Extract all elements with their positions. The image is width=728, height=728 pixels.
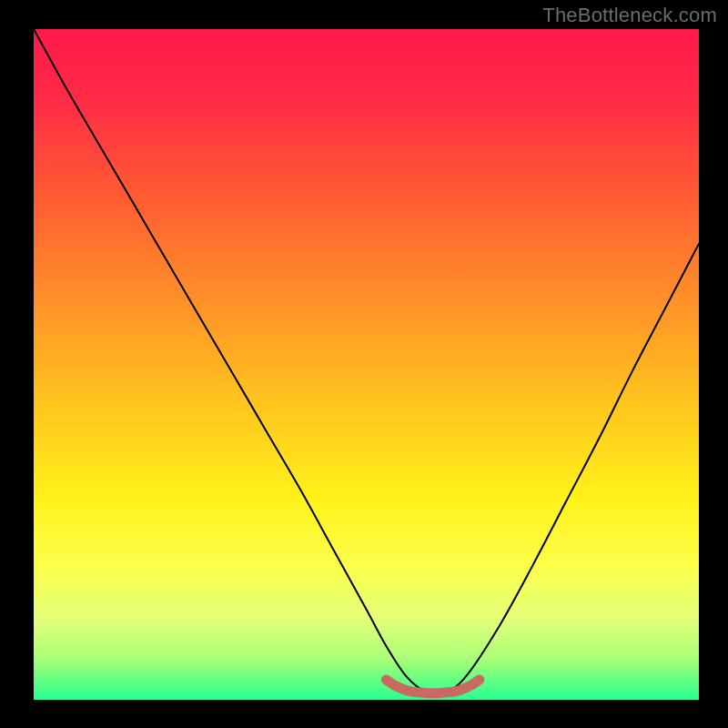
watermark-label: TheBottleneck.com — [542, 4, 717, 27]
chart-frame: TheBottleneck.com — [0, 0, 728, 728]
gradient-background — [34, 29, 699, 700]
chart-svg — [34, 29, 699, 700]
plot-area — [34, 29, 699, 700]
